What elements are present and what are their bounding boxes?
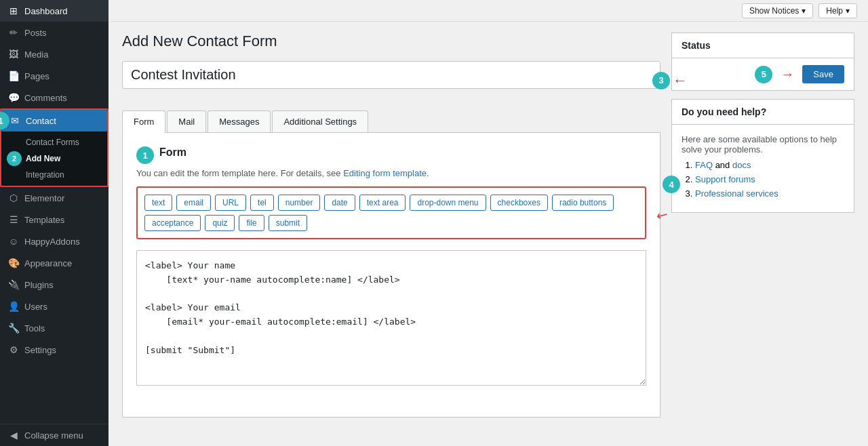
form-title-input[interactable]: [122, 61, 660, 89]
main-area: Show Notices ▾ Help ▾ Add New Contact Fo…: [108, 0, 868, 446]
help-list-item-1: FAQ and docs: [695, 160, 844, 170]
help-widget-header: Do you need help?: [672, 100, 854, 125]
sidebar-item-contact[interactable]: ✉ Contact 1: [1, 110, 107, 131]
tag-btn-checkboxes[interactable]: checkboxes: [490, 195, 548, 211]
tag-btn-url[interactable]: URL: [215, 195, 246, 211]
sidebar-item-users[interactable]: 👤 Users: [0, 296, 108, 317]
help-arrow-icon: ▾: [846, 6, 850, 16]
tab-mail[interactable]: Mail: [167, 110, 206, 132]
badge-5: 5: [755, 66, 772, 83]
posts-icon: ✏: [8, 27, 19, 38]
sidebar-item-label: Dashboard: [24, 6, 68, 16]
help-widget: Do you need help? Here are some availabl…: [671, 99, 854, 213]
tag-buttons-wrapper: text email URL tel number date text area…: [136, 186, 646, 239]
sidebar-item-label: HappyAddons: [24, 237, 80, 247]
save-button[interactable]: Save: [802, 65, 844, 83]
tag-btn-file[interactable]: file: [239, 215, 264, 231]
sidebar-item-contact-forms[interactable]: Contact Forms: [1, 134, 107, 150]
sidebar-item-label: Tools: [24, 323, 45, 333]
tag-btn-email[interactable]: email: [176, 195, 211, 211]
collapse-icon: ◀: [8, 430, 19, 441]
badge-4-annotation: 4: [663, 176, 680, 193]
sidebar-item-label: Contact: [26, 116, 56, 126]
tag-btn-dropdown[interactable]: drop-down menu: [410, 195, 486, 211]
sidebar-item-label: Settings: [24, 345, 56, 355]
dashboard-icon: ⊞: [8, 5, 19, 16]
sidebar: ⊞ Dashboard ✏ Posts 🖼 Media 📄 Pages 💬 Co…: [0, 0, 108, 446]
support-forums-link[interactable]: Support forums: [695, 174, 755, 184]
plugins-icon: 🔌: [8, 279, 19, 290]
sidebar-item-plugins[interactable]: 🔌 Plugins: [0, 274, 108, 296]
sidebar-item-comments[interactable]: 💬 Comments: [0, 87, 108, 108]
faq-link[interactable]: FAQ: [695, 160, 713, 170]
tag-btn-radio[interactable]: radio buttons: [552, 195, 614, 211]
media-icon: 🖼: [8, 49, 19, 60]
form-panel: 1 Form You can edit the form template he…: [122, 133, 660, 418]
tab-messages[interactable]: Messages: [208, 110, 271, 132]
sidebar-item-label: Templates: [24, 215, 64, 225]
help-widget-body: Here are some available options to help …: [672, 125, 854, 212]
show-notices-button[interactable]: Show Notices ▾: [742, 3, 813, 18]
badge-1: 1: [0, 112, 9, 129]
tag-btn-acceptance[interactable]: acceptance: [144, 215, 201, 231]
collapse-menu-button[interactable]: ◀ Collapse menu: [0, 424, 108, 446]
help-description: Here are some available options to help …: [682, 134, 844, 155]
elementor-icon: ⬡: [8, 192, 19, 203]
contact-forms-label: Contact Forms: [26, 138, 79, 147]
tabs-row: Form Mail Messages Additional Settings: [122, 110, 660, 133]
topbar: Show Notices ▾ Help ▾: [108, 0, 868, 22]
pages-icon: 📄: [8, 70, 19, 81]
tab-form[interactable]: Form: [122, 110, 165, 133]
professional-services-link[interactable]: Professional services: [695, 188, 778, 199]
form-section-title: Form: [159, 146, 186, 159]
sidebar-item-templates[interactable]: ☰ Templates: [0, 209, 108, 230]
badge-1-form: 1: [136, 146, 154, 164]
tag-btn-number[interactable]: number: [278, 195, 321, 211]
tag-btn-text[interactable]: text: [144, 195, 172, 211]
save-row: 5 → Save: [672, 58, 854, 90]
status-widget-header: Status: [672, 33, 854, 58]
page-title: Add New Contact Form: [122, 33, 660, 50]
status-widget: Status 5 → Save: [671, 33, 854, 91]
tag-btn-date[interactable]: date: [324, 195, 355, 211]
sidebar-item-label: Pages: [24, 71, 50, 81]
sidebar-item-happyaddons[interactable]: ☺ HappyAddons: [0, 230, 108, 252]
tag-btn-quiz[interactable]: quiz: [205, 215, 235, 231]
tools-icon: 🔧: [8, 323, 19, 333]
badge-3-annotation: 3 ←: [652, 72, 688, 89]
badge-2: 2: [7, 151, 22, 166]
sidebar-item-dashboard[interactable]: ⊞ Dashboard: [0, 0, 108, 22]
settings-icon: ⚙: [8, 344, 19, 355]
comments-icon: 💬: [8, 92, 19, 103]
contact-submenu: Contact Forms Add New 2 Integration: [1, 131, 107, 186]
sidebar-item-media[interactable]: 🖼 Media: [0, 43, 108, 65]
sidebar-item-appearance[interactable]: 🎨 Appearance: [0, 252, 108, 274]
sidebar-item-label: Media: [24, 49, 48, 60]
sidebar-item-integration[interactable]: Integration: [1, 167, 107, 183]
form-description: You can edit the form template here. For…: [136, 168, 646, 178]
arrow-3-icon: ←: [673, 72, 688, 89]
sidebar-item-posts[interactable]: ✏ Posts: [0, 22, 108, 43]
help-button[interactable]: Help ▾: [818, 3, 857, 18]
tag-btn-textarea[interactable]: text area: [359, 195, 406, 211]
sidebar-item-elementor[interactable]: ⬡ Elementor: [0, 187, 108, 209]
sidebar-item-tools[interactable]: 🔧 Tools: [0, 317, 108, 339]
tag-buttons-section: 4 ↙ text email URL tel number date text …: [136, 186, 646, 239]
tag-btn-tel[interactable]: tel: [250, 195, 274, 211]
sidebar-item-pages[interactable]: 📄 Pages: [0, 65, 108, 87]
show-notices-arrow-icon: ▾: [802, 6, 806, 16]
form-code-editor[interactable]: <label> Your name [text* your-name autoc…: [136, 250, 646, 386]
add-new-label: Add New: [26, 154, 60, 163]
badge-4: 4: [663, 176, 680, 193]
collapse-label: Collapse menu: [24, 430, 83, 441]
badge-3: 3: [652, 72, 670, 89]
content-area: Add New Contact Form 3 ← Form Mail: [108, 22, 868, 446]
docs-link[interactable]: docs: [732, 160, 751, 170]
right-panel: Status 5 → Save Do you need help? Here a…: [671, 33, 854, 435]
tab-additional-settings[interactable]: Additional Settings: [272, 110, 368, 132]
users-icon: 👤: [8, 301, 19, 312]
sidebar-item-add-new[interactable]: Add New 2: [1, 150, 107, 167]
tag-btn-submit[interactable]: submit: [269, 215, 307, 231]
sidebar-item-settings[interactable]: ⚙ Settings: [0, 339, 108, 361]
editing-form-template-link[interactable]: Editing form template: [343, 168, 427, 178]
